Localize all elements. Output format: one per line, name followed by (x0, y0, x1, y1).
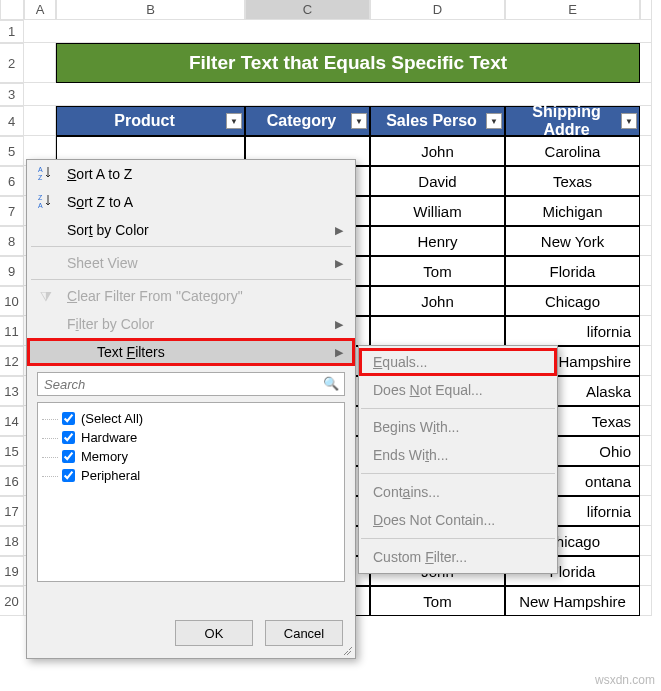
search-icon: 🔍 (323, 376, 339, 391)
row-3[interactable]: 3 (0, 83, 24, 106)
col-C[interactable]: C (245, 0, 370, 20)
filter-by-color: Filter by Color ▶ (27, 310, 355, 338)
row-8[interactable]: 8 (0, 226, 24, 256)
cancel-button[interactable]: Cancel (265, 620, 343, 646)
col-A[interactable]: A (24, 0, 56, 20)
row-14[interactable]: 14 (0, 406, 24, 436)
sort-ascending[interactable]: AZ SSort A to Zort A to Z (27, 160, 355, 188)
filter-contains[interactable]: Contains... (359, 478, 557, 506)
col-E[interactable]: E (505, 0, 640, 20)
svg-text:A: A (38, 166, 43, 173)
list-item[interactable]: Peripheral (44, 466, 338, 485)
header-category[interactable]: Category▼ (245, 106, 370, 136)
filter-dropdown: AZ SSort A to Zort A to Z ZA Sort Z to A… (26, 159, 356, 659)
clear-filter: ⧩ Clear Filter From "Category" (27, 282, 355, 310)
select-all-corner[interactable] (0, 0, 24, 20)
resize-handle-icon[interactable] (342, 645, 352, 655)
table-row[interactable]: Carolina (505, 136, 640, 166)
row-10[interactable]: 10 (0, 286, 24, 316)
row-15[interactable]: 15 (0, 436, 24, 466)
filter-not-contain[interactable]: Does Not Contain... (359, 506, 557, 534)
ok-button[interactable]: OK (175, 620, 253, 646)
clear-filter-icon: ⧩ (37, 288, 55, 305)
text-filters-submenu: Equals... Does Not Equal... Begins With.… (358, 345, 558, 574)
chevron-right-icon: ▶ (335, 257, 343, 270)
filter-ends-with[interactable]: Ends With... (359, 441, 557, 469)
col-B[interactable]: B (56, 0, 245, 20)
list-item[interactable]: (Select All) (44, 409, 338, 428)
svg-text:Z: Z (38, 174, 43, 181)
svg-text:A: A (38, 202, 43, 209)
filter-checklist[interactable]: (Select All) Hardware Memory Peripheral (37, 402, 345, 582)
list-item[interactable]: Hardware (44, 428, 338, 447)
sort-by-color[interactable]: Sort by Color ▶ (27, 216, 355, 244)
row-4[interactable]: 4 (0, 106, 24, 136)
header-product[interactable]: Product▼ (56, 106, 245, 136)
row-1[interactable]: 1 (0, 20, 24, 43)
col-D[interactable]: D (370, 0, 505, 20)
filter-button-sales[interactable]: ▼ (486, 113, 502, 129)
row-6[interactable]: 6 (0, 166, 24, 196)
row-7[interactable]: 7 (0, 196, 24, 226)
filter-begins-with[interactable]: Begins With... (359, 413, 557, 441)
filter-button-product[interactable]: ▼ (226, 113, 242, 129)
page-title: Filter Text that Equals Specific Text (56, 43, 640, 83)
filter-button-shipping[interactable]: ▼ (621, 113, 637, 129)
chevron-right-icon: ▶ (335, 318, 343, 331)
row-13[interactable]: 13 (0, 376, 24, 406)
sort-desc-icon: ZA (37, 193, 55, 212)
table-row[interactable]: John (370, 136, 505, 166)
sort-descending[interactable]: ZA Sort Z to A (27, 188, 355, 216)
row-17[interactable]: 17 (0, 496, 24, 526)
chevron-right-icon: ▶ (335, 224, 343, 237)
filter-not-equal[interactable]: Does Not Equal... (359, 376, 557, 404)
filter-custom[interactable]: Custom Filter... (359, 543, 557, 571)
sort-asc-icon: AZ (37, 165, 55, 184)
row-11[interactable]: 11 (0, 316, 24, 346)
row-2[interactable]: 2 (0, 43, 24, 83)
row-19[interactable]: 19 (0, 556, 24, 586)
row-16[interactable]: 16 (0, 466, 24, 496)
row-18[interactable]: 18 (0, 526, 24, 556)
row-20[interactable]: 20 (0, 586, 24, 616)
col-spill (640, 0, 652, 20)
svg-text:Z: Z (38, 194, 43, 201)
filter-button-category[interactable]: ▼ (351, 113, 367, 129)
chevron-right-icon: ▶ (335, 346, 343, 359)
row-5[interactable]: 5 (0, 136, 24, 166)
row-9[interactable]: 9 (0, 256, 24, 286)
text-filters[interactable]: Text Filters ▶ (27, 338, 355, 366)
row-12[interactable]: 12 (0, 346, 24, 376)
watermark: wsxdn.com (595, 673, 655, 687)
search-input[interactable]: 🔍 (37, 372, 345, 396)
filter-equals[interactable]: Equals... (359, 348, 557, 376)
header-sales[interactable]: Sales Perso▼ (370, 106, 505, 136)
header-shipping[interactable]: Shipping Addre▼ (505, 106, 640, 136)
sheet-view: Sheet View ▶ (27, 249, 355, 277)
list-item[interactable]: Memory (44, 447, 338, 466)
